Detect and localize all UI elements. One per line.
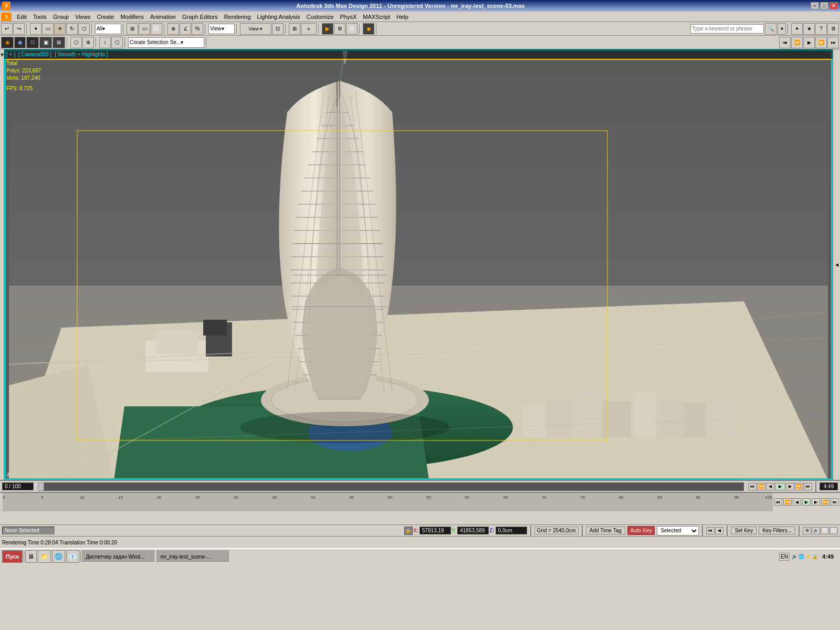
tl-btn5[interactable]: ⏩ [821,498,830,506]
tl-btn4[interactable]: ▶ [812,498,820,506]
x-coord-value[interactable]: 57913,19 [419,527,451,534]
sys-tray-icon3[interactable]: ⚡ [805,554,811,559]
play-btn[interactable]: ▶ [775,483,785,490]
render-active-shade[interactable]: ◉ [14,37,26,48]
sys-tray-icon2[interactable]: 🌐 [799,554,804,559]
tl-btn3[interactable]: ◀ [793,498,801,506]
quicklaunch-btn1[interactable]: 🖥 [25,550,37,563]
rect-select-button[interactable]: ▭ [139,23,150,35]
next-frame-btn[interactable]: ▶ [786,483,794,490]
select-button[interactable]: ✦ [30,23,41,35]
render-prod-btn[interactable]: ◉ [1,37,14,48]
start-button[interactable]: Пуск [2,550,23,563]
minimize-button[interactable]: − [811,2,819,9]
menu-physx[interactable]: PhysX [337,12,360,22]
pivot-button[interactable]: ⊡ [272,23,284,35]
playback-first[interactable]: ⏮ [779,37,791,48]
material-get-btn[interactable]: ⊕ [82,37,94,48]
search-button[interactable]: 🔍 [765,23,776,35]
time-slider-thumb[interactable] [38,482,44,491]
quicklaunch-btn2[interactable]: 📁 [38,550,51,563]
playback-last[interactable]: ⏭ [827,37,839,48]
prev-frame-btn[interactable]: ◀ [766,483,774,490]
sys-tray-icon4[interactable]: 🔒 [812,554,818,559]
search-options[interactable]: ▾ [778,23,786,35]
layer-icon[interactable]: ⊞ [289,23,300,35]
status-prev-btn[interactable]: ◀ [715,527,723,534]
render-btn2[interactable]: ▣ [39,37,52,48]
render-frame-window[interactable]: ⬜ [346,23,358,35]
menu-group[interactable]: Group [50,12,72,22]
taskbar-app1[interactable]: Диспетчер задач Wind... [82,550,155,563]
quick-render[interactable]: ◉ [363,23,374,35]
quicklaunch-btn4[interactable]: 📧 [66,550,79,563]
status-icon3[interactable]: ⬜ [821,527,829,534]
viewport-container[interactable]: [ + ] [ Camera003 ] [ Smooth + Highlight… [4,49,833,480]
playback-prev-key[interactable]: ⏪ [791,37,803,48]
tl-btn2[interactable]: ⏪ [783,498,792,506]
layer-button2[interactable]: ≡ [301,23,317,35]
move-button[interactable]: ✛ [54,23,66,35]
taskbar-app2[interactable]: mr_iray-test_scene-... [156,550,230,563]
status-icon1[interactable]: ⚙ [803,527,811,534]
settings-btn2[interactable]: ★ [803,23,815,35]
left-panel-arrow[interactable]: ▶ [0,54,4,57]
window-crossing-button[interactable]: ⬜ [151,23,162,35]
select-by-name-button[interactable]: ⊞ [127,23,138,35]
quicklaunch-btn3[interactable]: 🌐 [52,550,65,563]
render-btn3[interactable]: ⊞ [52,37,65,48]
menu-maxscript[interactable]: MAXScript [360,12,393,22]
help-btn[interactable]: ? [815,23,827,35]
playback-next-key[interactable]: ⏩ [815,37,827,48]
menu-help[interactable]: Help [393,12,412,22]
scale-button[interactable]: ⬡ [78,23,90,35]
menu-views[interactable]: Views [72,12,93,22]
status-first-btn[interactable]: ⏮ [706,527,715,534]
set-key-btn[interactable]: Set Key [731,527,757,534]
filter-dropdown[interactable]: All▾ [95,24,121,34]
autokey-button[interactable]: Auto Key [627,526,655,535]
playback-play[interactable]: ▶ [803,37,815,48]
menu-animation[interactable]: Animation [147,12,179,22]
menu-modifiers[interactable]: Modifiers [117,12,147,22]
render-settings[interactable]: ⚙ [334,23,345,35]
tl-play-btn[interactable]: ▶ [802,498,811,506]
z-coord-value[interactable]: 0,0cm [496,527,527,534]
menu-edit[interactable]: Edit [14,12,30,22]
time-slider[interactable] [38,482,744,491]
status-icon4[interactable]: ⬜ [830,527,838,534]
key-filters-btn[interactable]: Key Filters... [759,527,795,534]
close-button[interactable]: ✕ [830,2,838,9]
y-coord-value[interactable]: 41853,589 [457,527,489,534]
tools-btn2[interactable]: ⬡ [111,37,123,48]
sys-tray-icon1[interactable]: 🔊 [792,554,797,559]
right-panel-expand[interactable]: ◀ [834,262,839,267]
menu-lighting-analysis[interactable]: Lighting Analysis [254,12,303,22]
angle-snap-toggle[interactable]: ∠ [180,23,191,35]
menu-rendering[interactable]: Rendering [221,12,254,22]
redo-button[interactable]: ↪ [13,23,25,35]
tl-btn6[interactable]: ⏭ [831,498,839,506]
prev-key-btn[interactable]: ⏪ [757,483,765,490]
material-editor-btn[interactable]: ⬡ [70,37,82,48]
rotate-button[interactable]: ↻ [66,23,78,35]
go-to-start-btn[interactable]: ⏮ [748,483,757,490]
render-button[interactable]: ▶ [322,23,333,35]
snap-toggle[interactable]: ⊕ [167,23,179,35]
view-dropdown[interactable]: View▾ [208,24,235,34]
coord-lock-btn[interactable]: 🔒 [404,527,413,535]
add-time-tag-btn[interactable]: Add Time Tag [586,527,625,534]
undo-button[interactable]: ↩ [1,23,13,35]
menu-customize[interactable]: Customize [303,12,337,22]
timeline-ruler[interactable]: 0 5 10 15 20 25 30 35 40 45 50 55 60 65 … [3,493,773,511]
select-region-button[interactable]: ▭ [42,23,54,35]
render-iter-btn[interactable]: ⊡ [26,37,39,48]
search-input[interactable] [690,24,764,34]
viewport-scene[interactable] [4,49,833,480]
menu-tools[interactable]: Tools [30,12,50,22]
maximize-button[interactable]: □ [820,2,828,9]
create-selection-dropdown[interactable]: Create Selection Se...▾ [128,37,204,48]
reference-coord-dropdown[interactable]: View ▾ [240,23,271,35]
settings-btn3[interactable]: ⚙ [827,23,839,35]
settings-btn1[interactable]: ✦ [791,23,803,35]
